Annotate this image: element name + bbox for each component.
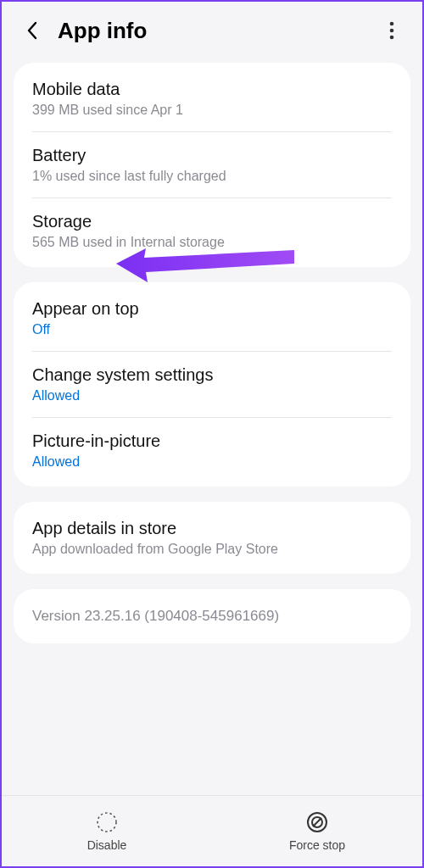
change-system-settings-title: Change system settings [32, 365, 392, 385]
version-text: Version 23.25.16 (190408-545961669) [32, 608, 392, 625]
change-system-settings-value: Allowed [32, 388, 392, 403]
disable-icon [96, 811, 118, 833]
svg-point-0 [390, 22, 394, 26]
change-system-settings-row[interactable]: Change system settings Allowed [14, 352, 410, 417]
force-stop-button[interactable]: Force stop [212, 796, 422, 866]
picture-in-picture-value: Allowed [32, 454, 392, 470]
app-details-row[interactable]: App details in store App downloaded from… [14, 505, 410, 570]
storage-row[interactable]: Storage 565 MB used in Internal storage [14, 198, 410, 264]
mobile-data-title: Mobile data [32, 80, 392, 99]
footer: Disable Force stop [2, 795, 422, 866]
force-stop-label: Force stop [289, 838, 345, 852]
mobile-data-sub: 399 MB used since Apr 1 [32, 103, 392, 118]
svg-point-1 [390, 29, 394, 33]
picture-in-picture-title: Picture-in-picture [32, 431, 392, 451]
disable-label: Disable [87, 838, 127, 852]
svg-point-2 [390, 36, 394, 40]
more-button[interactable] [378, 17, 405, 44]
appear-on-top-row[interactable]: Appear on top Off [14, 286, 410, 351]
more-vertical-icon [389, 21, 394, 40]
permissions-card: Appear on top Off Change system settings… [14, 282, 410, 487]
mobile-data-row[interactable]: Mobile data 399 MB used since Apr 1 [14, 66, 410, 131]
store-details-card: App details in store App downloaded from… [14, 502, 410, 574]
version-card: Version 23.25.16 (190408-545961669) [14, 589, 410, 643]
battery-title: Battery [32, 146, 392, 165]
appear-on-top-title: Appear on top [32, 299, 392, 319]
usage-card: Mobile data 399 MB used since Apr 1 Batt… [14, 63, 410, 267]
chevron-left-icon [25, 20, 39, 41]
svg-point-3 [98, 813, 116, 832]
battery-sub: 1% used since last fully charged [32, 169, 392, 184]
battery-row[interactable]: Battery 1% used since last fully charged [14, 132, 410, 198]
appear-on-top-value: Off [32, 322, 392, 337]
app-details-title: App details in store [32, 519, 392, 538]
svg-line-6 [313, 818, 321, 826]
picture-in-picture-row[interactable]: Picture-in-picture Allowed [14, 418, 410, 483]
disable-button[interactable]: Disable [2, 796, 212, 866]
app-details-sub: App downloaded from Google Play Store [32, 542, 392, 557]
page-title: App info [58, 18, 378, 44]
header: App info [2, 2, 422, 63]
spacer [2, 659, 422, 735]
force-stop-icon [306, 811, 328, 833]
back-button[interactable] [19, 17, 46, 44]
storage-sub: 565 MB used in Internal storage [32, 235, 392, 250]
storage-title: Storage [32, 212, 392, 231]
